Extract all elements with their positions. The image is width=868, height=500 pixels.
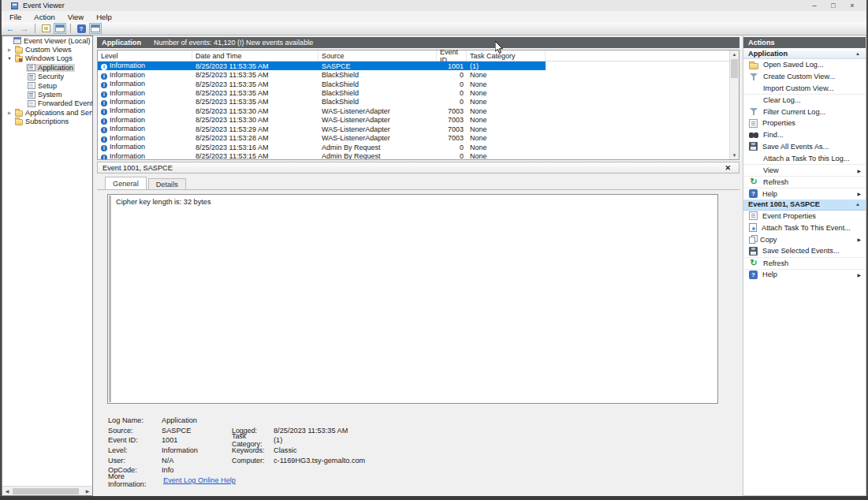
action-help[interactable]: ?Help▶: [743, 269, 866, 281]
section-title: Application: [748, 50, 788, 58]
scroll-right-icon[interactable]: ▶: [83, 488, 92, 494]
minimize-icon[interactable]: –: [805, 0, 824, 11]
scrollbar-thumb[interactable]: [13, 488, 79, 494]
table-row[interactable]: iInformation8/25/2023 11:53:35 AMBlackSh…: [98, 70, 546, 79]
scroll-down-icon[interactable]: ▼: [730, 151, 739, 159]
action-attach-a-task-to-this-log[interactable]: Attach a Task To this Log...: [743, 152, 866, 164]
expander-icon[interactable]: ▼: [6, 56, 13, 61]
help-icon: ?: [77, 24, 86, 33]
expander-icon[interactable]: ▶: [6, 110, 13, 115]
tree-item-event-viewer-local[interactable]: Event Viewer (Local): [2, 36, 92, 45]
tab-details[interactable]: Details: [148, 178, 186, 189]
table-row[interactable]: iInformation8/25/2023 11:53:35 AMBlackSh…: [98, 88, 546, 97]
export-log-button[interactable]: [39, 23, 52, 34]
column-header-level[interactable]: Level: [98, 50, 192, 61]
close-preview-icon[interactable]: ✕: [725, 164, 731, 172]
expander-icon[interactable]: ▶: [6, 47, 13, 52]
show-console-tree-button[interactable]: [54, 23, 66, 34]
help-button[interactable]: ?: [75, 23, 88, 34]
tree-item-label: Windows Logs: [25, 54, 73, 62]
table-row[interactable]: iInformation8/25/2023 11:53:30 AMWAS-Lis…: [98, 106, 546, 115]
cell-date: 8/25/2023 11:53:35 AM: [192, 89, 319, 97]
event-log-online-help-link[interactable]: Event Log Online Help: [163, 476, 236, 484]
column-header-source[interactable]: Source: [319, 50, 437, 61]
column-header-task-category[interactable]: Task Category: [467, 50, 546, 61]
show-action-pane-button[interactable]: [89, 23, 102, 34]
forward-button[interactable]: →: [18, 23, 31, 34]
action-label: Help: [762, 271, 777, 278]
action-event-properties[interactable]: Event Properties: [743, 211, 866, 222]
action-open-saved-log[interactable]: Open Saved Log...: [743, 59, 866, 71]
table-row[interactable]: iInformation8/25/2023 11:53:28 AMWAS-Lis…: [98, 134, 546, 143]
save-icon: [749, 247, 758, 256]
column-header-date-and-time[interactable]: Date and Time: [192, 50, 319, 61]
event-list-scrollbar[interactable]: ▲ ▼: [729, 50, 739, 159]
action-properties[interactable]: Properties: [743, 118, 866, 129]
cell-event-id: 7003: [437, 107, 467, 115]
action-copy[interactable]: Copy▶: [743, 233, 866, 245]
tree-horizontal-scrollbar[interactable]: ◀ ▶: [2, 486, 92, 495]
cell-task-category: None: [467, 107, 546, 115]
action-find[interactable]: Find...: [743, 129, 866, 141]
action-save-selected-events[interactable]: Save Selected Events...: [743, 245, 866, 257]
actions-section-event-1001-saspce[interactable]: Event 1001, SASPCE▲: [743, 200, 866, 211]
menu-item-file[interactable]: File: [3, 13, 28, 21]
refresh-icon: ↻: [749, 259, 758, 267]
menu-item-help[interactable]: Help: [90, 13, 118, 21]
forward-icon: →: [20, 24, 29, 33]
action-create-custom-view[interactable]: Create Custom View...: [743, 71, 866, 83]
close-icon[interactable]: ×: [843, 0, 862, 11]
tree-item-applications-and-services-lo[interactable]: ▶Applications and Services Lo: [2, 108, 92, 117]
collapse-icon[interactable]: ▲: [855, 202, 860, 207]
action-refresh[interactable]: ↻Refresh: [743, 257, 866, 269]
scroll-up-icon[interactable]: ▲: [730, 50, 739, 58]
tree-item-security[interactable]: Security: [2, 73, 92, 81]
cell-task-category: None: [467, 98, 546, 106]
column-header-event-id[interactable]: Event ID: [437, 50, 467, 61]
action-attach-task-to-this-event[interactable]: Attach Task To This Event...: [743, 222, 866, 233]
event-message: Cipher key length is: 32 bytes: [116, 198, 713, 206]
open-folder-icon: [749, 63, 758, 69]
table-row[interactable]: iInformation8/25/2023 11:53:29 AMWAS-Lis…: [98, 125, 546, 133]
action-help[interactable]: ?Help▶: [743, 188, 866, 200]
section-title: Event 1001, SASPCE: [748, 200, 820, 208]
action-refresh[interactable]: ↻Refresh: [743, 176, 866, 188]
collapse-icon[interactable]: ▲: [855, 51, 860, 56]
table-row[interactable]: iInformation8/25/2023 11:53:30 AMWAS-Lis…: [98, 116, 546, 125]
action-view[interactable]: View▶: [743, 164, 866, 176]
menu-item-view[interactable]: View: [61, 13, 90, 21]
tree-item-label: Event Viewer (Local): [24, 37, 91, 45]
tree-item-subscriptions[interactable]: Subscriptions: [2, 118, 92, 126]
tree-item-system[interactable]: System: [2, 90, 92, 99]
scroll-left-icon[interactable]: ◀: [2, 488, 12, 494]
back-button[interactable]: ←: [4, 23, 17, 34]
actions-section-application[interactable]: Application▲: [743, 48, 866, 59]
cell-date: 8/25/2023 11:53:30 AM: [192, 107, 319, 115]
maximize-icon[interactable]: □: [824, 0, 843, 11]
table-row[interactable]: iInformation8/25/2023 11:53:35 AMBlackSh…: [98, 80, 546, 88]
action-clear-log[interactable]: Clear Log...: [743, 94, 866, 106]
tree-item-application[interactable]: Application: [2, 63, 92, 72]
tab-general[interactable]: General: [105, 177, 147, 189]
action-filter-current-log[interactable]: Filter Current Log...: [743, 106, 866, 118]
tree-item-custom-views[interactable]: ▶Custom Views: [2, 45, 92, 54]
table-row[interactable]: iInformation8/25/2023 11:53:15 AMAdmin B…: [98, 151, 546, 159]
cell-date: 8/25/2023 11:53:30 AM: [192, 116, 319, 124]
log-plain-icon: [28, 82, 35, 89]
tree-item-setup[interactable]: Setup: [2, 81, 92, 90]
table-row[interactable]: iInformation8/25/2023 11:53:35 AMSASPCE1…: [98, 62, 546, 70]
information-icon: i: [101, 109, 107, 115]
tree-item-windows-logs[interactable]: ▼Windows Logs: [2, 54, 92, 63]
tree-item-label: Custom Views: [25, 46, 72, 54]
scrollbar-thumb[interactable]: [731, 59, 738, 78]
tree-item-forwarded-events[interactable]: Forwarded Events: [2, 99, 92, 108]
submenu-arrow-icon: ▶: [857, 272, 861, 278]
table-row[interactable]: iInformation8/25/2023 11:53:16 AMAdmin B…: [98, 143, 546, 151]
console-tree-panel: Event Viewer (Local)▶Custom Views▼Window…: [2, 35, 93, 496]
action-save-all-events-as[interactable]: Save All Events As...: [743, 141, 866, 153]
action-import-custom-view[interactable]: Import Custom View...: [743, 83, 866, 95]
menu-bar: FileActionViewHelp: [0, 11, 868, 22]
cell-date: 8/25/2023 11:53:35 AM: [192, 62, 319, 70]
menu-item-action[interactable]: Action: [28, 13, 61, 21]
table-row[interactable]: iInformation8/25/2023 11:53:35 AMBlackSh…: [98, 98, 546, 106]
